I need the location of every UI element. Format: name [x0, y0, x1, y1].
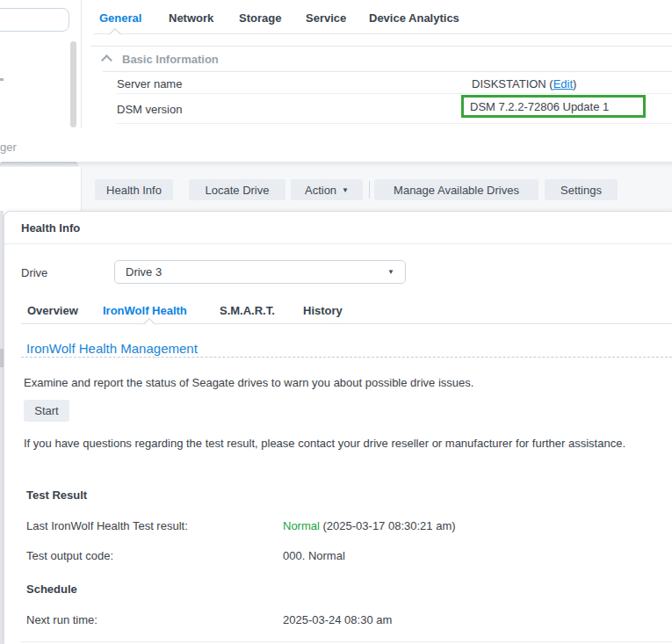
description-text: Examine and report the status of Seagate… — [24, 376, 473, 389]
collapse-chevron-icon[interactable] — [101, 54, 112, 66]
tab-general[interactable]: General — [99, 11, 141, 25]
edit-link[interactable]: Edit — [553, 77, 573, 90]
left-text-fragment — [0, 78, 4, 81]
active-tab-notch — [109, 28, 121, 40]
dialog-bottom-divider — [21, 641, 672, 642]
heading-dashed-divider — [21, 357, 672, 358]
next-run-time-label: Next run time: — [26, 613, 98, 626]
left-scrollbar[interactable] — [70, 41, 76, 127]
dsm-version-label: DSM version — [117, 103, 182, 116]
window-edge-left — [0, 162, 78, 167]
locate-drive-button[interactable]: Locate Drive — [189, 179, 285, 200]
dialog-tab-smart[interactable]: S.M.A.R.T. — [220, 304, 275, 317]
dialog-tabbar-underline — [21, 323, 672, 324]
test-output-code-value: 000. Normal — [283, 549, 345, 562]
start-button-label: Start — [34, 404, 58, 417]
row-divider-2 — [117, 123, 672, 124]
ironwolf-heading: IronWolf Health Management — [26, 341, 198, 356]
tab-device-analytics[interactable]: Device Analytics — [369, 11, 459, 25]
search-input[interactable] — [0, 8, 69, 32]
test-result-heading: Test Result — [26, 488, 87, 502]
action-dropdown-caret-icon: ▼ — [342, 186, 349, 194]
window-title-fragment: ger — [0, 141, 17, 154]
section-head-line — [103, 71, 672, 72]
row-divider-1 — [117, 93, 672, 94]
last-test-result-value: Normal (2025-03-17 08:30:21 am) — [283, 519, 456, 532]
section-top-line — [90, 46, 672, 47]
tabbar-underline — [94, 33, 672, 34]
tab-network[interactable]: Network — [169, 11, 213, 25]
health-info-button-label: Health Info — [106, 184, 162, 197]
status-timestamp: (2025-03-17 08:30:21 am) — [320, 519, 456, 532]
next-run-time-value: 2025-03-24 08:30 am — [283, 613, 392, 626]
dsm-version-highlight: DSM 7.2.2-72806 Update 1 — [461, 95, 646, 118]
toolbar-left-divider — [81, 167, 82, 211]
dialog-tab-history[interactable]: History — [303, 304, 343, 317]
server-name-value: DISKSTATION (Edit) — [472, 77, 576, 90]
dialog-header-divider — [4, 243, 672, 244]
manage-available-drives-button[interactable]: Manage Available Drives — [374, 179, 538, 200]
dsm-version-value: DSM 7.2.2-72806 Update 1 — [470, 100, 609, 113]
action-button[interactable]: Action ▼ — [291, 179, 363, 200]
start-button[interactable]: Start — [24, 400, 69, 422]
note-text: If you have questions regarding the test… — [24, 434, 649, 452]
section-title: Basic Information — [122, 53, 219, 66]
tab-service[interactable]: Service — [306, 11, 346, 25]
drive-select-value: Drive 3 — [115, 265, 162, 279]
server-name-paren: ) — [573, 77, 576, 90]
drive-select-caret-icon: ▼ — [387, 268, 394, 276]
dialog-tab-ironwolf-health[interactable]: IronWolf Health — [103, 304, 187, 317]
screen: General Network Storage Service Device A… — [0, 0, 672, 644]
server-name-label: Server name — [117, 77, 182, 90]
dialog-tab-overview[interactable]: Overview — [27, 304, 78, 317]
settings-button-label: Settings — [560, 184, 602, 197]
drive-select[interactable]: Drive 3 ▼ — [114, 260, 406, 284]
schedule-heading: Schedule — [26, 582, 77, 596]
dialog-title: Health Info — [21, 221, 80, 235]
settings-button[interactable]: Settings — [545, 179, 618, 200]
drive-label: Drive — [21, 266, 47, 279]
tab-storage[interactable]: Storage — [239, 11, 281, 25]
action-button-label: Action — [305, 184, 336, 197]
manage-drives-button-label: Manage Available Drives — [394, 184, 519, 197]
toolbar-separator — [369, 181, 370, 199]
health-info-button[interactable]: Health Info — [95, 179, 173, 200]
locate-drive-button-label: Locate Drive — [206, 184, 270, 197]
last-test-result-label: Last IronWolf Health Test result: — [26, 519, 188, 532]
test-output-code-label: Test output code: — [26, 549, 113, 562]
server-name-text: DISKSTATION ( — [472, 77, 553, 90]
left-panel-divider — [81, 0, 82, 128]
status-normal: Normal — [283, 519, 320, 532]
